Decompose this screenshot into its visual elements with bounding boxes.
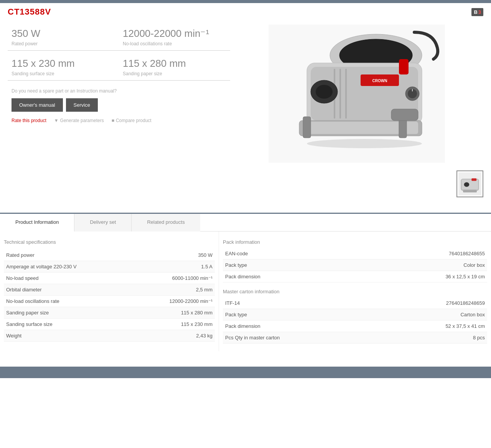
spec-row: No-load oscillations rate12000-22000 min… xyxy=(4,296,215,307)
spec-row-value: 12000-22000 min⁻¹ xyxy=(169,298,215,304)
spec-table: Rated power350 WAmperage at voltage 220-… xyxy=(4,250,215,342)
master-row: Pack typeCarton box xyxy=(223,309,487,321)
pack-row: EAN-code7640186248655 xyxy=(223,248,487,260)
spec-value: 350 W xyxy=(12,28,115,40)
thumbnail-1[interactable] xyxy=(456,170,483,197)
tab-product-information[interactable]: Product Information xyxy=(0,214,74,231)
pack-row-value: 7640186248655 xyxy=(449,251,487,256)
pack-section-title: Pack information xyxy=(223,239,487,245)
spec-value: 115 x 280 mm xyxy=(123,58,226,69)
master-row: Pack dimension52 x 37,5 x 41 cm xyxy=(223,321,487,332)
pack-row-value: 8 pcs xyxy=(473,335,487,341)
pack-row: Pack dimension36 x 12,5 x 19 cm xyxy=(223,271,487,283)
pack-info-panel: Pack information EAN-code7640186248655Pa… xyxy=(219,231,491,351)
pack-row-label: EAN-code xyxy=(223,251,248,256)
spec-row-value: 2,5 mm xyxy=(196,287,215,293)
spec-row-label: No-load speed xyxy=(4,275,39,281)
main-content: 350 WRated power12000-22000 min⁻¹No-load… xyxy=(0,21,491,209)
owners-manual-button[interactable]: Owner's manual xyxy=(12,98,63,112)
spec-row-value: 350 W xyxy=(198,252,215,258)
specs-grid: 350 WRated power12000-22000 min⁻¹No-load… xyxy=(8,21,230,81)
tabs-section: Product InformationDelivery setRelated p… xyxy=(0,213,491,351)
thumbnail-row xyxy=(456,167,483,201)
tab-related-products[interactable]: Related products xyxy=(132,214,200,231)
service-button[interactable]: Service xyxy=(66,98,98,112)
b3-badge: B 3 xyxy=(471,8,483,16)
spec-value: 12000-22000 min⁻¹ xyxy=(123,28,226,40)
spec-label: Sanding surface size xyxy=(12,71,115,76)
spec-row-value: 1.5 A xyxy=(201,264,215,269)
product-image-area: CROWN xyxy=(230,21,483,167)
product-title: CT13588V xyxy=(8,7,51,17)
spec-row: Rated power350 W xyxy=(4,250,215,261)
compare-product-link[interactable]: ■ Compare product xyxy=(112,118,152,123)
tab-content: Technical specifications Rated power350 … xyxy=(0,231,491,351)
tab-delivery-set[interactable]: Delivery set xyxy=(74,214,131,231)
spec-row-value: 6000-11000 min⁻¹ xyxy=(172,275,215,281)
svg-rect-26 xyxy=(463,190,477,192)
spec-row-label: Orbital diameter xyxy=(4,287,41,293)
master-rows: ITF-1427640186248659Pack typeCarton boxP… xyxy=(223,298,487,344)
svg-point-16 xyxy=(316,85,333,99)
spec-item: 12000-22000 min⁻¹No-load oscillations ra… xyxy=(119,21,230,51)
spec-row: No-load speed6000-11000 min⁻¹ xyxy=(4,273,215,284)
master-row: ITF-1427640186248659 xyxy=(223,298,487,309)
spec-row: Sanding paper size115 x 280 mm xyxy=(4,307,215,319)
spec-row: Weight2,43 kg xyxy=(4,330,215,342)
master-section-title: Master carton information xyxy=(223,289,487,294)
master-row: Pcs Qty in master carton8 pcs xyxy=(223,332,487,344)
svg-rect-6 xyxy=(339,69,341,119)
info-question: Do you need a spare part or an Instructi… xyxy=(12,88,226,94)
pack-rows: EAN-code7640186248655Pack typeColor boxP… xyxy=(223,248,487,283)
spec-item: 115 x 280 mmSanding paper size xyxy=(119,51,230,81)
right-panel: CROWN xyxy=(230,21,483,201)
pack-row-value: 36 x 12,5 x 19 cm xyxy=(445,274,487,279)
pack-row-label: Pack dimension xyxy=(223,323,260,329)
master-section: Master carton information ITF-1427640186… xyxy=(223,289,487,344)
pack-row-value: Color box xyxy=(463,262,487,268)
pack-row-label: ITF-14 xyxy=(223,300,240,306)
spec-row: Sanding surface size115 x 230 mm xyxy=(4,319,215,330)
btn-group: Owner's manual Service xyxy=(12,98,226,112)
header: CT13588V B 3 xyxy=(0,3,491,21)
svg-point-25 xyxy=(464,182,470,187)
generate-params-link[interactable]: ▼ Generate parameters xyxy=(54,118,104,123)
spec-row-value: 115 x 230 mm xyxy=(181,321,215,327)
badge-letter: B xyxy=(474,9,477,15)
product-image: CROWN xyxy=(269,25,445,163)
pack-row-label: Pack type xyxy=(223,262,247,268)
pack-row: Pack typeColor box xyxy=(223,260,487,271)
info-section: Do you need a spare part or an Instructi… xyxy=(8,81,230,131)
svg-rect-7 xyxy=(345,69,347,119)
pack-row-value: Carton box xyxy=(460,312,487,317)
svg-rect-10 xyxy=(399,59,409,74)
spec-row-label: Sanding paper size xyxy=(4,310,49,316)
svg-rect-13 xyxy=(303,117,311,138)
spec-row-label: Amperage at voltage 220-230 V xyxy=(4,264,77,269)
spec-label: No-load oscillations rate xyxy=(123,41,226,46)
product-info-panel: Technical specifications Rated power350 … xyxy=(0,231,219,351)
spec-row-label: Rated power xyxy=(4,252,35,258)
svg-text:CROWN: CROWN xyxy=(372,79,387,83)
spec-row: Amperage at voltage 220-230 V1.5 A xyxy=(4,261,215,273)
tabs-bar: Product InformationDelivery setRelated p… xyxy=(0,214,491,231)
technical-specs-title: Technical specifications xyxy=(4,239,215,245)
badge-number: 3 xyxy=(478,9,481,15)
pack-row-label: Pcs Qty in master carton xyxy=(223,335,280,341)
svg-point-21 xyxy=(307,139,422,148)
pack-row-value: 27640186248659 xyxy=(446,300,487,306)
svg-rect-27 xyxy=(471,178,476,181)
spec-row-value: 115 x 280 mm xyxy=(181,310,215,316)
generate-icon: ▼ xyxy=(54,118,59,123)
spec-row-label: Sanding surface size xyxy=(4,321,53,327)
spec-value: 115 x 230 mm xyxy=(12,58,115,69)
spec-row-label: Weight xyxy=(4,333,21,339)
spec-label: Sanding paper size xyxy=(123,71,226,76)
rate-product-link[interactable]: Rate this product xyxy=(12,118,46,123)
pack-row-label: Pack type xyxy=(223,312,247,317)
spec-item: 350 WRated power xyxy=(8,21,119,51)
spec-row: Orbital diameter2,5 mm xyxy=(4,284,215,296)
left-panel: 350 WRated power12000-22000 min⁻¹No-load… xyxy=(8,21,230,201)
top-bar xyxy=(0,0,491,3)
links-row: Rate this product ▼ Generate parameters … xyxy=(12,118,226,123)
